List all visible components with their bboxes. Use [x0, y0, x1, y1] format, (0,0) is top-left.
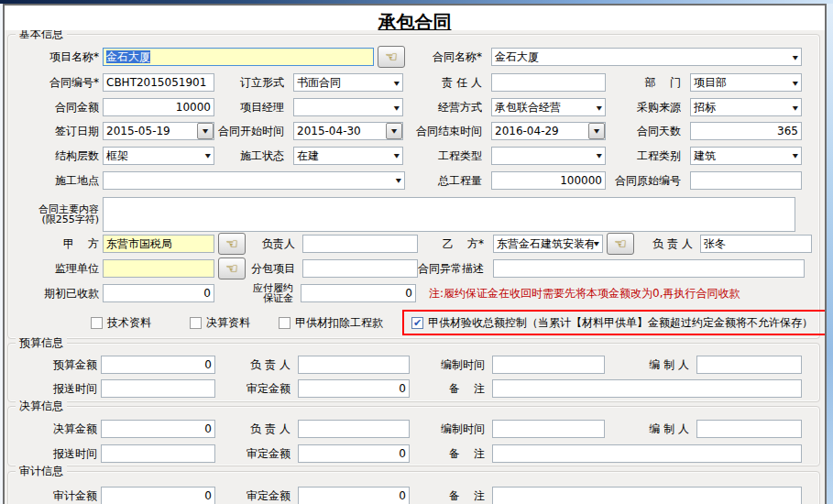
row-contract-amount: 合同金额 10000 项目经理 ▼ 经营方式 承包联合经营 ▼ 采购来源 招标 …	[10, 98, 817, 116]
budget-approved-input[interactable]: 0	[298, 379, 410, 398]
row-final-1: 决算金额 0 负 责 人 编制时间 编 制 人	[10, 420, 817, 438]
days-input[interactable]: 365	[690, 122, 802, 140]
amount-input[interactable]: 10000	[103, 98, 214, 116]
dropdown-arrow-icon: ▼	[396, 177, 401, 183]
final-compile-time-label: 编制时间	[410, 422, 485, 437]
hand-pointer-icon: ☜	[225, 262, 237, 276]
party-b-head-input[interactable]: 张冬	[700, 235, 812, 253]
location-select[interactable]: ▼	[103, 171, 405, 190]
checkbox-final-docs[interactable]: 决算资料	[190, 315, 250, 330]
audit-remark-label: 备 注	[410, 488, 485, 504]
row-budget-2: 报送时间 审定金额 0 备 注	[10, 379, 817, 398]
budget-remark-label: 备 注	[410, 381, 485, 397]
abnormal-input[interactable]	[493, 259, 805, 278]
party-a-input[interactable]: 东营市国税局	[103, 235, 214, 253]
final-compile-time-input[interactable]	[492, 420, 605, 438]
status-select[interactable]: 在建 ▼	[293, 147, 403, 165]
party-b-select[interactable]: 东营金石建筑安装有 ▼	[493, 235, 603, 253]
party-b-value: 东营金石建筑安装有	[497, 236, 594, 252]
end-date-picker[interactable]: 2016-04-29 ▼	[491, 122, 606, 140]
budget-remark-input[interactable]	[492, 379, 802, 398]
mode-label: 经营方式	[403, 100, 482, 115]
content-textarea[interactable]	[103, 197, 795, 232]
party-a-label: 甲 方	[10, 236, 99, 252]
project-manager-select[interactable]: ▼	[293, 98, 403, 116]
sign-date-picker[interactable]: 2015-05-19 ▼	[103, 122, 214, 140]
quantity-input[interactable]: 100000	[491, 171, 606, 190]
amount-label: 合同金额	[10, 100, 99, 115]
budget-amount-input[interactable]: 0	[101, 356, 215, 374]
checkbox-material-total-control[interactable]: ✔ 甲供材验收总额控制（当累计【材料甲供单】金额超过约定金额将不允许保存）	[411, 315, 813, 330]
sign-date-value: 2015-05-19	[106, 123, 197, 139]
supervisor-input[interactable]	[103, 259, 214, 278]
initial-received-input[interactable]: 0	[103, 284, 214, 302]
structure-select[interactable]: 框架 ▼	[103, 147, 214, 165]
row-structure: 结构层数 框架 ▼ 施工状态 在建 ▼ 工程类型 ▼ 工程类别 建筑	[10, 147, 817, 165]
project-name-input[interactable]: 金石大厦	[103, 48, 374, 66]
group-budget-info-legend: 预算信息	[16, 336, 67, 349]
party-b-label: 乙 方*	[418, 236, 484, 252]
final-approved-input[interactable]: 0	[298, 444, 410, 463]
sign-date-dropdown-button[interactable]: ▼	[197, 123, 214, 139]
audit-approved-input[interactable]: 0	[298, 487, 410, 504]
eng-class-select[interactable]: 建筑 ▼	[690, 147, 802, 165]
source-value: 招标	[694, 99, 793, 115]
source-select[interactable]: 招标 ▼	[690, 98, 802, 116]
form-type-value: 书面合同	[297, 74, 394, 91]
party-a-picker-button[interactable]: ☜	[218, 233, 246, 255]
start-date-picker[interactable]: 2015-04-30 ▼	[293, 122, 403, 140]
mode-select[interactable]: 承包联合经营 ▼	[491, 98, 606, 116]
party-a-head-input[interactable]	[302, 235, 418, 253]
end-date-value: 2016-04-29	[495, 123, 588, 139]
final-compiler-input[interactable]	[696, 420, 802, 438]
subproject-input[interactable]	[302, 259, 418, 278]
audit-amount-label: 审计金额	[10, 488, 97, 504]
checkbox-tech-docs[interactable]: 技术资料	[91, 315, 151, 330]
checkbox-icon	[279, 317, 290, 329]
audit-amount-input[interactable]: 0	[101, 487, 215, 504]
budget-compiler-input[interactable]	[696, 356, 802, 374]
group-final-info: 决算信息 决算金额 0 负 责 人 编制时间 编 制 人 报送时间 审定金额 0…	[7, 406, 820, 466]
project-name-picker-button[interactable]: ☜	[378, 46, 405, 68]
final-head-input[interactable]	[298, 420, 410, 438]
row-location: 施工地点 ▼ 总工程量 100000 合同原始编号	[10, 171, 817, 190]
start-date-label: 合同开始时间	[214, 124, 284, 139]
deposit-note: 注:履约保证金在收回时需要先将本项金额改为0,再执行合同收款	[429, 286, 740, 301]
final-remark-input[interactable]	[492, 444, 802, 463]
department-value: 项目部	[694, 74, 793, 91]
eng-type-select[interactable]: ▼	[491, 147, 606, 165]
contract-name-select[interactable]: 金石大厦 ▼	[491, 48, 802, 66]
audit-remark-input[interactable]	[492, 487, 802, 504]
location-label: 施工地点	[10, 173, 99, 189]
dropdown-arrow-icon: ▼	[597, 104, 602, 110]
row-contract-no: 合同编号* CBHT2015051901 订立形式 书面合同 ▼ 责 任 人 部…	[10, 73, 817, 92]
dropdown-arrow-icon: ▼	[203, 127, 208, 134]
hand-pointer-icon: ☜	[385, 50, 397, 64]
deposit-input[interactable]: 0	[301, 284, 416, 302]
dropdown-arrow-icon: ▼	[793, 104, 798, 110]
days-label: 合同天数	[606, 124, 681, 139]
checkbox-icon	[190, 317, 202, 329]
dropdown-arrow-icon: ▼	[394, 152, 400, 159]
form-type-select[interactable]: 书面合同 ▼	[293, 73, 403, 92]
final-amount-input[interactable]: 0	[101, 420, 215, 438]
contract-name-label: 合同名称*	[405, 49, 482, 65]
checkbox-deduct-material[interactable]: 甲供材扣除工程款	[279, 315, 383, 330]
budget-compile-time-input[interactable]	[492, 356, 605, 374]
end-date-dropdown-button[interactable]: ▼	[588, 123, 605, 139]
responsible-input[interactable]	[491, 73, 606, 92]
budget-head-input[interactable]	[298, 356, 410, 374]
orig-no-input[interactable]	[690, 171, 802, 190]
dropdown-arrow-icon: ▼	[205, 152, 211, 159]
project-name-selected-text: 金石大厦	[106, 50, 150, 63]
row-supervisor: 监理单位 ☜ 分包项目 合同异常描述	[10, 259, 817, 278]
department-select[interactable]: 项目部 ▼	[690, 73, 802, 92]
row-initial-received: 期初已收款 0 应付履约保证金 0 注:履约保证金在收回时需要先将本项金额改为0…	[10, 284, 817, 302]
start-date-dropdown-button[interactable]: ▼	[386, 123, 402, 139]
final-submit-time-input[interactable]	[101, 444, 215, 463]
supervisor-picker-button[interactable]: ☜	[218, 257, 246, 279]
contract-no-input[interactable]: CBHT2015051901	[103, 73, 214, 92]
budget-submit-time-input[interactable]	[101, 379, 215, 398]
party-b-picker-button[interactable]: ☜	[607, 233, 634, 255]
checkbox-material-total-control-label: 甲供材验收总额控制（当累计【材料甲供单】金额超过约定金额将不允许保存）	[428, 315, 813, 331]
